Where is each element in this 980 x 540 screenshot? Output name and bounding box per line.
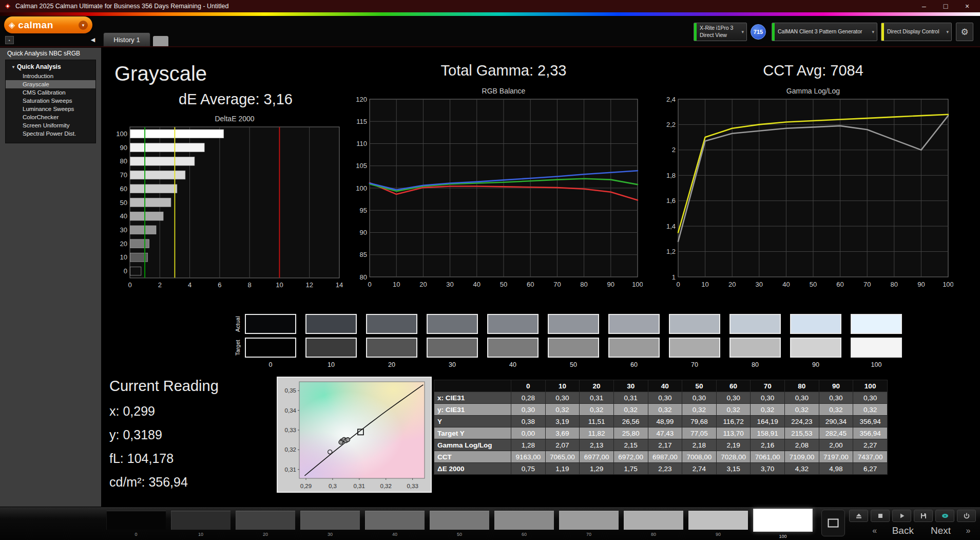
table-cell: 48,99 — [648, 416, 682, 427]
table-cell: 11,51 — [580, 416, 614, 427]
table-cell: 0,32 — [682, 404, 717, 416]
table-cell: 113,70 — [716, 427, 751, 439]
sidebar-item-saturation-sweeps[interactable]: Saturation Sweeps — [6, 97, 95, 105]
back-button[interactable]: Back — [885, 524, 921, 537]
svg-text:60: 60 — [120, 185, 127, 193]
svg-text:10: 10 — [120, 253, 127, 261]
svg-text:0,35: 0,35 — [285, 387, 296, 394]
swatch-column-label: 50 — [548, 361, 599, 368]
next-arrow-button[interactable]: » — [960, 524, 976, 537]
table-cell: 3,15 — [716, 463, 751, 475]
eject-button[interactable] — [849, 510, 868, 522]
svg-text:40: 40 — [120, 212, 127, 220]
sidebar-item-spectral-power-dist-[interactable]: Spectral Power Dist. — [6, 129, 95, 138]
sidebar-item-luminance-sweeps[interactable]: Luminance Sweeps — [6, 105, 95, 113]
gray-patch-40[interactable]: 40 — [365, 511, 425, 537]
tree-root-quick-analysis[interactable]: ▾ Quick Analysis — [6, 62, 95, 72]
svg-text:0,3: 0,3 — [329, 483, 337, 489]
pattern-generator-dropdown[interactable]: CalMAN Client 3 Pattern Generator ▾ — [772, 23, 877, 41]
display-control-dropdown[interactable]: Direct Display Control ▾ — [881, 23, 952, 41]
svg-text:6: 6 — [218, 281, 221, 289]
swatch-column-label: 20 — [366, 361, 417, 368]
svg-text:105: 105 — [356, 162, 367, 170]
save-button[interactable] — [914, 510, 933, 522]
table-cell: 7437,00 — [853, 451, 888, 463]
swatch-column-label: 90 — [790, 361, 841, 368]
target-swatch — [548, 338, 599, 358]
read-meter-button[interactable] — [935, 510, 954, 522]
table-header-cell: 0 — [511, 380, 546, 392]
gray-patch-50[interactable]: 50 — [430, 511, 489, 537]
svg-text:1,4: 1,4 — [666, 222, 676, 230]
svg-text:2: 2 — [158, 281, 162, 289]
gray-patch-10[interactable]: 10 — [171, 511, 230, 537]
stop-button[interactable] — [871, 510, 890, 522]
swatch-column-label: 60 — [608, 361, 660, 368]
sidebar-item-grayscale[interactable]: Grayscale — [6, 80, 95, 88]
gray-patch-20[interactable]: 20 — [236, 511, 295, 537]
svg-text:0,34: 0,34 — [285, 407, 297, 414]
table-header-cell: 60 — [716, 380, 751, 392]
gray-patch-30[interactable]: 30 — [300, 511, 360, 537]
gray-patch-90[interactable]: 90 — [688, 511, 748, 537]
next-button[interactable]: Next — [924, 524, 958, 537]
meter-dropdown[interactable]: X-Rite i1Pro 3 Direct View ▾ — [694, 23, 747, 41]
meter-status-badge[interactable]: 715 — [751, 24, 766, 40]
table-cell: 25,80 — [613, 427, 648, 439]
svg-text:100: 100 — [632, 281, 643, 288]
sidebar: Quick Analysis NBC sRGB ▾ Quick Analysis… — [0, 48, 101, 507]
eject-icon — [855, 512, 863, 520]
power-button[interactable] — [957, 510, 976, 522]
table-cell: 0,32 — [853, 404, 888, 416]
gear-icon: ⚙ — [960, 27, 968, 38]
tab-history-1[interactable]: History 1 — [103, 32, 150, 46]
target-row-label: Target — [234, 338, 242, 358]
svg-text:100: 100 — [943, 281, 953, 288]
sidebar-item-cms-calibration[interactable]: CMS Calibration — [6, 88, 95, 97]
play-button[interactable] — [892, 510, 911, 522]
table-cell: 1,19 — [545, 463, 580, 475]
maximize-button[interactable]: □ — [937, 2, 954, 10]
svg-text:0: 0 — [124, 267, 127, 275]
table-cell: 6,27 — [853, 463, 888, 475]
table-cell: 164,19 — [751, 416, 785, 427]
table-cell: 1,29 — [580, 463, 614, 475]
patch-label: 60 — [494, 532, 554, 537]
display-control-name: Direct Display Control — [887, 28, 943, 35]
back-arrow-button[interactable]: « — [867, 524, 882, 537]
target-swatch — [305, 338, 357, 358]
gray-patch-0[interactable]: 0 — [106, 511, 166, 537]
table-cell: 0,32 — [716, 404, 751, 416]
gray-patch-80[interactable]: 80 — [624, 511, 683, 537]
sidebar-item-colorchecker[interactable]: ColorChecker — [6, 113, 95, 121]
table-cell: 0,38 — [511, 416, 546, 427]
sidebar-item-introduction[interactable]: Introduction — [6, 72, 95, 80]
swatch-column-label: 30 — [427, 361, 478, 368]
patch-color — [624, 511, 683, 530]
minimize-button[interactable]: – — [915, 2, 933, 10]
actual-swatch — [366, 314, 417, 334]
sidebar-item-screen-uniformity[interactable]: Screen Uniformity — [6, 121, 95, 129]
meter-mode: Direct View — [700, 32, 738, 39]
table-cell: 2,07 — [545, 439, 580, 451]
gray-patch-60[interactable]: 60 — [494, 511, 554, 537]
svg-text:80: 80 — [580, 281, 587, 288]
gray-patch-70[interactable]: 70 — [559, 511, 619, 537]
sidebar-collapse-button[interactable]: ◀ — [88, 35, 98, 44]
table-cell: 4,32 — [785, 463, 819, 475]
calman-logo-button[interactable]: ◈ calman ▾ — [4, 16, 92, 33]
save-icon — [919, 512, 928, 520]
settings-gear-button[interactable]: ⚙ — [956, 23, 973, 41]
pattern-window-button[interactable] — [821, 510, 845, 536]
gray-patch-100[interactable]: 100 — [753, 509, 813, 539]
table-cell: 0,30 — [545, 392, 580, 404]
spectrum-strip — [0, 12, 980, 16]
new-tab-button[interactable] — [153, 36, 168, 46]
table-row: Y0,383,1911,5126,5648,9979,68116,72164,1… — [434, 416, 888, 427]
table-cell: 0,30 — [648, 392, 682, 404]
close-button[interactable]: × — [958, 2, 976, 10]
patch-color — [106, 511, 166, 530]
actual-swatch — [427, 314, 478, 334]
svg-text:70: 70 — [553, 281, 561, 288]
sidebar-pin-icon[interactable]: ▪ — [5, 36, 14, 44]
